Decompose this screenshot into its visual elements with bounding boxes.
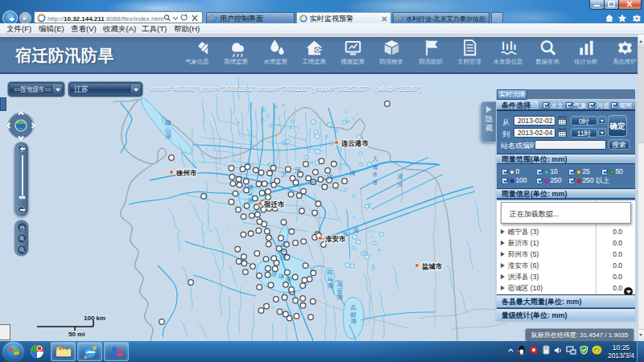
svg-text:沂: 沂 bbox=[281, 171, 287, 178]
svg-text:徐州市: 徐州市 bbox=[175, 169, 197, 177]
svg-text:湖: 湖 bbox=[280, 254, 287, 261]
svg-text:湖: 湖 bbox=[350, 318, 357, 325]
svg-text:湖: 湖 bbox=[327, 282, 333, 290]
svg-text:河: 河 bbox=[397, 182, 403, 188]
svg-text:水: 水 bbox=[373, 171, 378, 177]
svg-text:湖: 湖 bbox=[336, 294, 343, 301]
svg-text:湖: 湖 bbox=[165, 133, 171, 140]
svg-text:入: 入 bbox=[373, 156, 378, 162]
svg-text:沂: 沂 bbox=[327, 173, 333, 180]
svg-text:淮安市: 淮安市 bbox=[324, 235, 346, 243]
svg-text:50 mi: 50 mi bbox=[68, 331, 85, 338]
svg-text:湖: 湖 bbox=[247, 197, 254, 204]
svg-text:宿迁市: 宿迁市 bbox=[263, 200, 285, 208]
svg-text:道: 道 bbox=[373, 179, 378, 185]
svg-text:河: 河 bbox=[353, 227, 359, 234]
svg-text:海: 海 bbox=[373, 164, 378, 171]
svg-text:盐城市: 盐城市 bbox=[422, 262, 443, 270]
svg-text:灌: 灌 bbox=[398, 174, 403, 180]
svg-text:连云港市: 连云港市 bbox=[341, 139, 369, 147]
svg-text:河: 河 bbox=[295, 167, 301, 174]
svg-text:河: 河 bbox=[349, 170, 356, 177]
svg-text:新: 新 bbox=[310, 179, 316, 186]
svg-text:100 km: 100 km bbox=[84, 315, 105, 322]
